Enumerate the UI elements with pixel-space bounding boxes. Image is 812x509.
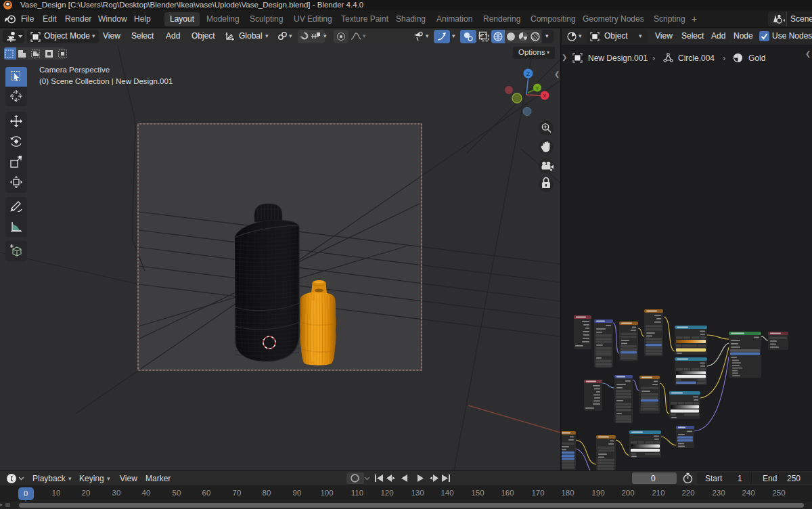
svg-text:Z: Z: [526, 71, 530, 77]
svg-text:Y: Y: [535, 85, 539, 91]
svg-text:X: X: [543, 93, 547, 99]
